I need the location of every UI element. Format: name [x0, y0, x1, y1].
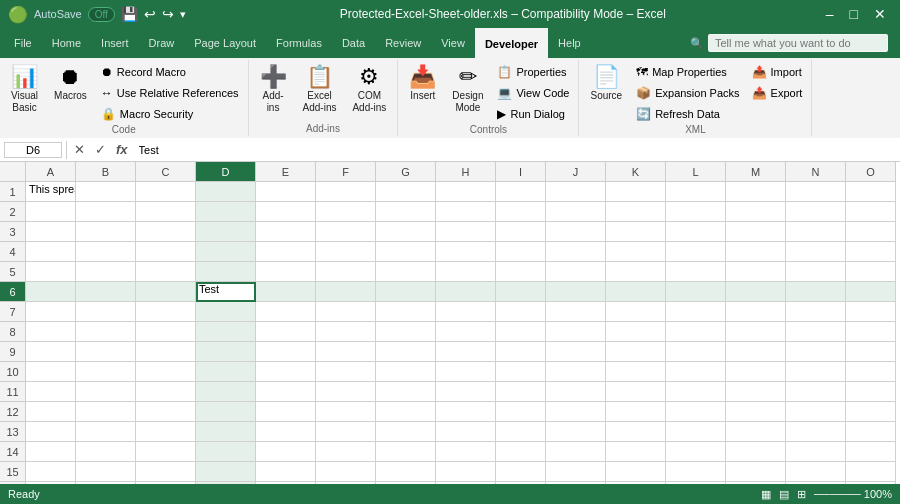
cell-J10[interactable]	[546, 362, 606, 382]
cell-I14[interactable]	[496, 442, 546, 462]
cell-H5[interactable]	[436, 262, 496, 282]
cell-K4[interactable]	[606, 242, 666, 262]
cell-O1[interactable]	[846, 182, 896, 202]
cell-E1[interactable]	[256, 182, 316, 202]
col-header-I[interactable]: I	[496, 162, 546, 182]
cell-C11[interactable]	[136, 382, 196, 402]
cell-M5[interactable]	[726, 262, 786, 282]
cell-F16[interactable]	[316, 482, 376, 484]
tab-help[interactable]: Help	[548, 28, 591, 58]
cell-C12[interactable]	[136, 402, 196, 422]
row-number-1[interactable]: 1	[0, 182, 26, 202]
cell-A10[interactable]	[26, 362, 76, 382]
col-header-M[interactable]: M	[726, 162, 786, 182]
macro-security-button[interactable]: 🔒 Macro Security	[96, 104, 244, 124]
cell-O13[interactable]	[846, 422, 896, 442]
cell-A4[interactable]	[26, 242, 76, 262]
cell-F9[interactable]	[316, 342, 376, 362]
tab-file[interactable]: File	[4, 28, 42, 58]
cell-H8[interactable]	[436, 322, 496, 342]
cell-N7[interactable]	[786, 302, 846, 322]
cell-C9[interactable]	[136, 342, 196, 362]
view-page-layout-icon[interactable]: ▤	[779, 488, 789, 501]
cell-I3[interactable]	[496, 222, 546, 242]
cell-E13[interactable]	[256, 422, 316, 442]
cell-L15[interactable]	[666, 462, 726, 482]
row-number-4[interactable]: 4	[0, 242, 26, 262]
cell-I1[interactable]	[496, 182, 546, 202]
cell-B9[interactable]	[76, 342, 136, 362]
cell-E3[interactable]	[256, 222, 316, 242]
col-header-H[interactable]: H	[436, 162, 496, 182]
insert-function-icon[interactable]: fx	[113, 142, 131, 157]
cell-B16[interactable]	[76, 482, 136, 484]
cell-J8[interactable]	[546, 322, 606, 342]
cell-I7[interactable]	[496, 302, 546, 322]
source-button[interactable]: 📄 Source	[583, 62, 629, 106]
zoom-slider[interactable]: ────── 100%	[814, 488, 892, 501]
cell-F6[interactable]	[316, 282, 376, 302]
cell-N10[interactable]	[786, 362, 846, 382]
cell-H2[interactable]	[436, 202, 496, 222]
view-normal-icon[interactable]: ▦	[761, 488, 771, 501]
cell-A15[interactable]	[26, 462, 76, 482]
cell-M14[interactable]	[726, 442, 786, 462]
cell-G16[interactable]	[376, 482, 436, 484]
cell-E9[interactable]	[256, 342, 316, 362]
close-button[interactable]: ✕	[868, 4, 892, 24]
cell-D16[interactable]	[196, 482, 256, 484]
col-header-K[interactable]: K	[606, 162, 666, 182]
cell-C16[interactable]	[136, 482, 196, 484]
cell-E7[interactable]	[256, 302, 316, 322]
row-number-8[interactable]: 8	[0, 322, 26, 342]
cell-K1[interactable]	[606, 182, 666, 202]
col-header-F[interactable]: F	[316, 162, 376, 182]
cell-N11[interactable]	[786, 382, 846, 402]
cell-B5[interactable]	[76, 262, 136, 282]
cell-K10[interactable]	[606, 362, 666, 382]
expansion-packs-button[interactable]: 📦 Expansion Packs	[631, 83, 744, 103]
redo-icon[interactable]: ↪	[162, 6, 174, 22]
cell-B13[interactable]	[76, 422, 136, 442]
cell-M10[interactable]	[726, 362, 786, 382]
cell-O16[interactable]	[846, 482, 896, 484]
cell-O14[interactable]	[846, 442, 896, 462]
cell-E2[interactable]	[256, 202, 316, 222]
cell-M2[interactable]	[726, 202, 786, 222]
cell-H13[interactable]	[436, 422, 496, 442]
cell-F11[interactable]	[316, 382, 376, 402]
cell-A1[interactable]: This spreadsheet is locked.	[26, 182, 76, 202]
cell-A9[interactable]	[26, 342, 76, 362]
cell-L12[interactable]	[666, 402, 726, 422]
row-number-15[interactable]: 15	[0, 462, 26, 482]
cell-G15[interactable]	[376, 462, 436, 482]
undo-icon[interactable]: ↩	[144, 6, 156, 22]
cell-N3[interactable]	[786, 222, 846, 242]
col-header-C[interactable]: C	[136, 162, 196, 182]
cell-F12[interactable]	[316, 402, 376, 422]
col-header-O[interactable]: O	[846, 162, 896, 182]
cell-C1[interactable]	[136, 182, 196, 202]
cell-B3[interactable]	[76, 222, 136, 242]
cell-N2[interactable]	[786, 202, 846, 222]
cell-H4[interactable]	[436, 242, 496, 262]
cell-J3[interactable]	[546, 222, 606, 242]
cell-L14[interactable]	[666, 442, 726, 462]
properties-button[interactable]: 📋 Properties	[492, 62, 574, 82]
cell-K12[interactable]	[606, 402, 666, 422]
cell-L9[interactable]	[666, 342, 726, 362]
cell-F10[interactable]	[316, 362, 376, 382]
cell-I13[interactable]	[496, 422, 546, 442]
cell-G13[interactable]	[376, 422, 436, 442]
cell-B12[interactable]	[76, 402, 136, 422]
run-dialog-button[interactable]: ▶ Run Dialog	[492, 104, 574, 124]
cell-M16[interactable]	[726, 482, 786, 484]
macros-button[interactable]: ⏺ Macros	[47, 62, 94, 106]
cell-M7[interactable]	[726, 302, 786, 322]
cell-E15[interactable]	[256, 462, 316, 482]
col-header-G[interactable]: G	[376, 162, 436, 182]
minimize-button[interactable]: –	[820, 4, 840, 24]
cell-C10[interactable]	[136, 362, 196, 382]
cell-L16[interactable]	[666, 482, 726, 484]
cell-H15[interactable]	[436, 462, 496, 482]
